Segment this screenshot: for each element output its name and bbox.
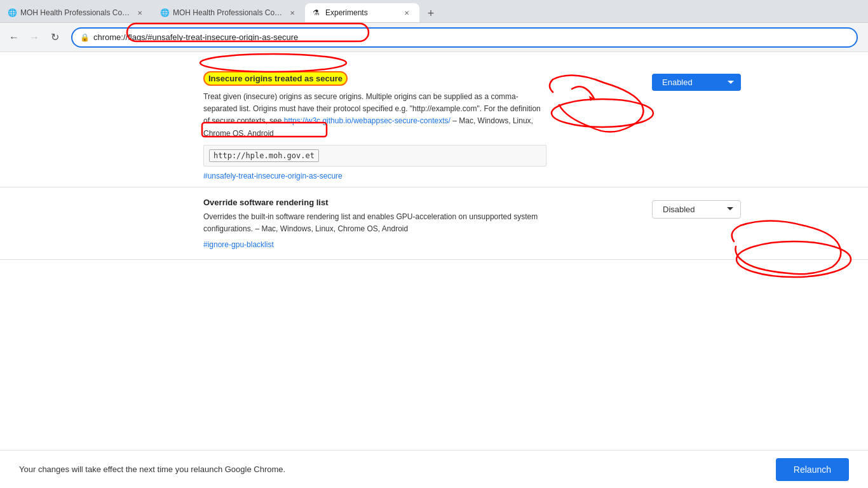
- tab-1-title: MOH Health Professionals Comp: [20, 8, 131, 17]
- tab-2[interactable]: 🌐 MOH Health Professionals Comp ✕: [153, 3, 305, 22]
- flag-2-desc-text: Overrides the built-in software renderin…: [203, 212, 538, 233]
- address-bar[interactable]: 🔒 chrome://flags/#unsafely-treat-insecur…: [71, 27, 858, 48]
- tab-1[interactable]: 🌐 MOH Health Professionals Comp ✕: [0, 3, 153, 22]
- flag-2-select[interactable]: Default Enabled Disabled: [652, 200, 741, 219]
- tab-3-close[interactable]: ✕: [402, 8, 412, 18]
- relaunch-notice: Your changes will take effect the next t…: [19, 464, 285, 474]
- flag-2-control: Default Enabled Disabled: [652, 200, 741, 219]
- flag-2-description: Overrides the built-in software renderin…: [203, 211, 546, 235]
- flag-1-row: Insecure origins treated as secure Treat…: [203, 71, 741, 180]
- bottom-bar: Your changes will take effect the next t…: [0, 450, 868, 488]
- flag-2-row: Override software rendering list Overrid…: [203, 198, 741, 249]
- nav-bar: ← → ↻ 🔒 chrome://flags/#unsafely-treat-i…: [0, 23, 868, 52]
- flag-1-input-wrapper: http://hple.moh.gov.et: [203, 145, 546, 166]
- flag-1-select[interactable]: Default Enabled Disabled: [652, 74, 741, 91]
- flag-1-info: Insecure origins treated as secure Treat…: [203, 71, 639, 180]
- flag-1-anchor[interactable]: #unsafely-treat-insecure-origin-as-secur…: [203, 172, 639, 180]
- flag-1-section: Insecure origins treated as secure Treat…: [0, 65, 868, 187]
- flag-1-description: Treat given (insecure) origins as secure…: [203, 91, 546, 140]
- tab-bar: 🌐 MOH Health Professionals Comp ✕ 🌐 MOH …: [0, 0, 868, 23]
- forward-button[interactable]: →: [25, 29, 43, 46]
- flag-1-title: Insecure origins treated as secure: [203, 71, 348, 86]
- tab-2-title: MOH Health Professionals Comp: [173, 8, 283, 17]
- tab-1-favicon: 🌐: [8, 8, 17, 17]
- relaunch-button[interactable]: Relaunch: [776, 458, 849, 481]
- browser-frame: 🌐 MOH Health Professionals Comp ✕ 🌐 MOH …: [0, 0, 868, 488]
- flag-1-desc-link[interactable]: https://w3c.github.io/webappsec-secure-c…: [284, 116, 451, 125]
- flag-1-input[interactable]: http://hple.moh.gov.et: [209, 149, 319, 162]
- address-bar-wrapper: 🔒 chrome://flags/#unsafely-treat-insecur…: [71, 27, 858, 48]
- back-button[interactable]: ←: [5, 29, 23, 46]
- flag-2-anchor[interactable]: #ignore-gpu-blacklist: [203, 240, 639, 249]
- new-tab-button[interactable]: +: [422, 4, 440, 22]
- tab-3[interactable]: ⚗ Experiments ✕: [305, 3, 419, 22]
- address-icon: 🔒: [80, 33, 90, 42]
- flag-2-title: Override software rendering list: [203, 198, 639, 207]
- tab-2-close[interactable]: ✕: [287, 8, 297, 18]
- reload-button[interactable]: ↻: [46, 29, 64, 46]
- tab-1-close[interactable]: ✕: [135, 8, 145, 18]
- flag-2-section: Override software rendering list Overrid…: [0, 187, 868, 260]
- address-text[interactable]: chrome://flags/#unsafely-treat-insecure-…: [93, 32, 849, 42]
- page-content: Insecure origins treated as secure Treat…: [0, 52, 868, 260]
- tab-3-title: Experiments: [325, 8, 398, 17]
- flag-2-info: Override software rendering list Overrid…: [203, 198, 639, 249]
- tab-3-favicon: ⚗: [313, 8, 322, 17]
- flag-1-control: Default Enabled Disabled: [652, 74, 741, 91]
- tab-2-favicon: 🌐: [160, 8, 169, 17]
